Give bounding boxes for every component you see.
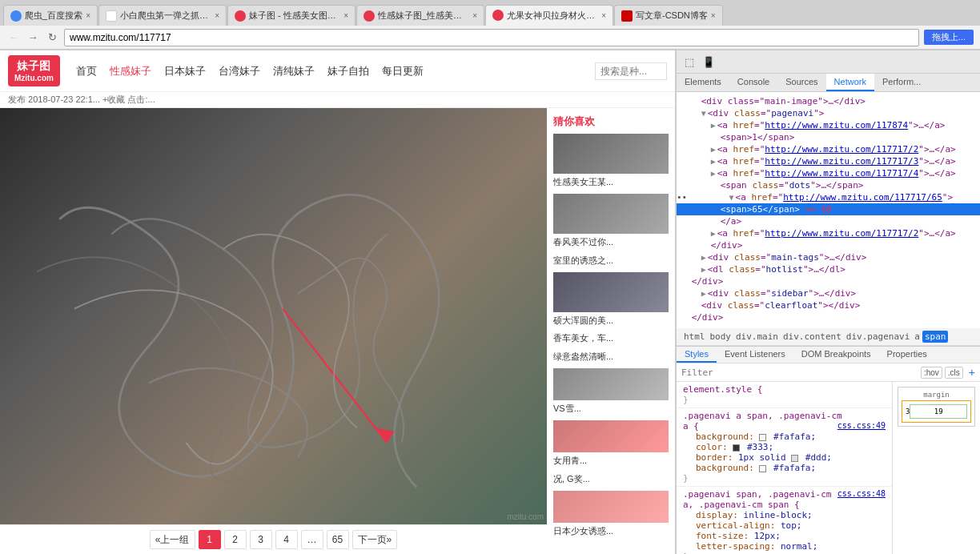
nav-taiwan[interactable]: 台湾妹子 [219,64,260,78]
url-input[interactable] [64,29,919,46]
breadcrumb-html[interactable]: html [681,331,708,343]
element-line[interactable]: ▶<a href="http://www.mzitu.com/117717/2"… [677,227,980,239]
tab-network[interactable]: Network [826,74,874,91]
list-item[interactable]: 春风美不过你... [553,194,669,247]
nav-home[interactable]: 首页 [76,64,97,78]
breadcrumb-divmain[interactable]: div.main [733,331,781,343]
tab-dom-breakpoints[interactable]: DOM Breakpoints [793,347,879,363]
element-line[interactable]: ▶<a href="http://www.mzitu.com/117717/2"… [677,143,980,155]
page-3-button[interactable]: 3 [250,530,272,549]
element-line[interactable]: <span>1</span> [677,131,980,143]
tab-4[interactable]: 性感妹子图_性感美女图... × [356,5,484,26]
style-source-link[interactable]: css.css:49 [837,421,886,430]
selected-element-line[interactable]: <span>65</span> == $0 [677,203,980,215]
tab-sources[interactable]: Sources [777,74,825,91]
style-source-link-2[interactable]: css.css:48 [837,489,886,498]
breadcrumb-divpagenavi[interactable]: div.pagenavi [844,331,912,343]
list-item[interactable]: 况, G奖... [553,473,669,484]
tab-event-listeners[interactable]: Event Listeners [717,347,793,363]
breadcrumb-divcontent[interactable]: div.content [781,331,844,343]
breadcrumb-a[interactable]: a [912,331,922,343]
list-item[interactable]: 绿意盎然清晰... [553,351,669,362]
inspect-element-button[interactable]: ⬚ [681,54,697,70]
tab-elements[interactable]: Elements [677,74,729,91]
site-nav: 首页 性感妹子 日本妹子 台湾妹子 清纯妹子 妹子自拍 每日更新 [76,64,424,78]
tab-close-3[interactable]: × [343,11,348,20]
element-line[interactable]: ▶<a href="http://www.mzitu.com/117717/3"… [677,155,980,167]
element-line[interactable]: <div class="clearfloat"></div> [677,299,980,311]
element-line[interactable]: </a> [677,215,980,227]
element-line[interactable]: ▶<a href="http://www.mzitu.com/117717/4"… [677,167,980,179]
device-toggle-button[interactable]: 📱 [701,54,717,70]
tab-close-1[interactable]: × [86,11,90,20]
page-1-button[interactable]: 1 [199,530,221,549]
page-65-button[interactable]: 65 [327,530,349,549]
tab-styles[interactable]: Styles [677,347,717,363]
styles-content: element.style { } .pagenavi a span, .pag… [677,382,980,554]
nav-pure[interactable]: 清纯妹子 [273,64,315,78]
style-filter-input[interactable] [681,367,921,378]
sidebar-title: 猜你喜欢 [553,114,669,129]
element-line[interactable]: <span class="dots">…</span> [677,179,980,191]
breadcrumb: 发布 2018-07-23 22:1... +收藏 点击:... [0,92,675,108]
prev-group-button[interactable]: «上一组 [150,530,195,549]
devtools-panel: ⬚ 📱 Elements Console Sources Network Per… [676,50,980,554]
tab-performance[interactable]: Perform... [874,74,929,91]
list-item[interactable]: 性感美女王某... [553,134,669,187]
filter-hov-toggle[interactable]: :hov [921,367,942,379]
element-line[interactable]: ▶<dl class="hotlist">…</dl> [677,263,980,275]
browser-chrome: 爬虫_百度搜索 × 小白爬虫第一弹之抓取... × 妹子图 - 性感美女图片..… [0,0,980,50]
devtools-toolbar: ⬚ 📱 [677,50,980,74]
breadcrumb-span[interactable]: span [922,331,949,343]
element-line[interactable]: </div> [677,311,980,323]
nav-daily[interactable]: 每日更新 [382,64,424,78]
nav-japan[interactable]: 日本妹子 [164,64,206,78]
tab-close-6[interactable]: × [711,11,716,20]
refresh-button[interactable]: ↻ [45,30,59,45]
page-2-button[interactable]: 2 [224,530,247,549]
list-item[interactable]: VS雪... [553,368,669,414]
breadcrumb-body[interactable]: body [708,331,734,343]
nav-sexy[interactable]: 性感妹子 [110,64,151,78]
nav-selfie[interactable]: 妹子自拍 [327,64,369,78]
tab-1[interactable]: 爬虫_百度搜索 × [3,5,98,26]
tab-console[interactable]: Console [729,74,777,91]
tab-bar: 爬虫_百度搜索 × 小白爬虫第一弹之抓取... × 妹子图 - 性感美女图片..… [0,0,980,26]
tab-properties[interactable]: Properties [879,347,935,363]
tab-2[interactable]: 小白爬虫第一弹之抓取... × [98,5,227,26]
page-4-button[interactable]: 4 [275,530,298,549]
styles-left: element.style { } .pagenavi a span, .pag… [677,382,892,554]
filter-cls-toggle[interactable]: .cls [945,367,963,379]
tab-3[interactable]: 妹子图 - 性感美女图片... × [227,5,355,26]
search-input[interactable] [595,62,667,80]
list-item[interactable]: 女用青... [553,420,669,466]
devtools-content: <div class="main-image">…</div> ▼<div cl… [677,92,980,554]
list-item[interactable]: 硕大浑圆的美... [553,272,669,326]
tab-close-4[interactable]: × [472,11,477,20]
tab-close-5[interactable]: × [601,11,606,20]
tab-close-2[interactable]: × [215,11,219,20]
search-bar [595,62,667,80]
element-line[interactable]: •• ▼<a href="http://www.mzitu.com/117717… [677,191,980,203]
element-line[interactable]: ▶<a href="http://www.mzitu.com/117874">…… [677,119,980,131]
element-line[interactable]: ▶<div class="main-tags">…</div> [677,251,980,263]
tab-6[interactable]: 写文章-CSDN博客 × [614,5,723,26]
tab-5[interactable]: 尤果女神贝拉身材火爆... × [485,5,613,26]
element-line[interactable]: </div> [677,275,980,287]
baidu-drag-button[interactable]: 拖拽上... [924,30,974,45]
element-line[interactable]: <div class="main-image">…</div> [677,95,980,107]
list-item[interactable]: 日本少女诱惑... [553,491,669,536]
address-bar: ← → ↻ 拖拽上... [0,26,980,50]
element-line[interactable]: ▼<div class="pagenavi"> [677,107,980,119]
list-item[interactable]: 香车美女，车... [553,332,669,343]
back-button[interactable]: ← [6,30,21,45]
element-line[interactable]: </div> [677,239,980,251]
pagination: «上一组 1 2 3 4 … 65 下一页» [0,524,547,554]
add-style-button[interactable]: + [969,366,975,379]
style-filter: :hov .cls + [677,363,980,382]
element-line[interactable]: ▶<div class="sidebar">…</div> [677,287,980,299]
site-header: 妹子图 Mzitu.com 首页 性感妹子 日本妹子 台湾妹子 清纯妹子 妹子自… [0,50,675,92]
forward-button[interactable]: → [26,30,40,45]
next-page-button[interactable]: 下一页» [352,530,398,549]
list-item[interactable]: 室里的诱惑之... [553,255,669,266]
